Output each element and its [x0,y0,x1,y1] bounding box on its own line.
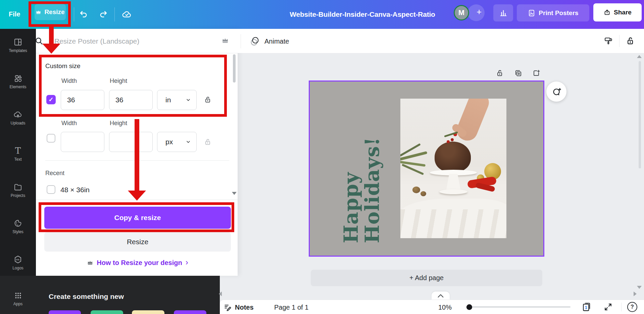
resize-search-input[interactable] [54,34,203,49]
annotation-box-custom-size [39,55,227,117]
notes-button[interactable]: Notes [235,304,254,311]
chevron-down-icon [186,139,191,145]
undo-icon [79,10,88,19]
create-option-card[interactable] [174,310,206,314]
annotation-arrow-shaft [49,27,54,45]
sidebar-item-projects[interactable]: Projects [0,182,36,205]
apps-grid-icon [14,291,22,300]
toolbar-divider [74,7,74,21]
panel-scrollbar-thumb[interactable] [233,54,236,83]
print-poster-icon [528,9,536,17]
cloud-check-icon [122,9,132,19]
crown-icon [87,260,93,266]
animate-button[interactable]: Animate [249,35,289,48]
svg-text:1: 1 [585,305,587,310]
elements-icon [13,74,22,83]
add-page-icon[interactable] [532,69,541,77]
zoom-level[interactable]: 10% [438,304,452,311]
poster-text[interactable]: Happy Holidays! [341,136,391,243]
hscroll-right-arrow-icon[interactable] [634,292,637,296]
zoom-slider-thumb[interactable] [466,304,472,310]
add-page-button[interactable]: + Add page [311,270,542,286]
projects-icon [13,182,22,192]
comment-plus-icon [551,87,561,97]
px-size-checkbox-unchecked[interactable] [47,134,55,143]
notes-icon [224,303,232,312]
chevron-right-icon: › [186,258,188,267]
uploads-icon [13,110,22,119]
vscroll-thumb[interactable] [639,61,641,168]
annotation-box-copy-resize [39,202,234,232]
redo-button[interactable] [99,10,108,20]
print-posters-label: Print Posters [539,9,578,17]
currant-illustration [447,140,450,143]
recent-size-checkbox[interactable] [47,185,55,194]
sidebar-item-templates[interactable]: Templates [0,38,36,60]
width-label: Width [61,120,77,127]
zoom-slider-track[interactable] [466,306,571,308]
sidebar-item-label: Projects [11,193,25,198]
aspect-lock-icon[interactable] [203,138,212,146]
share-icon [603,9,611,16]
share-label: Share [614,9,632,16]
document-title[interactable]: Website-Builder-Insider-Canva-Aspect-Rat… [262,10,463,18]
styles-icon [13,219,22,228]
file-menu[interactable]: File [9,10,20,18]
chart-columns-icon [499,9,508,17]
canvas-toolbar [238,29,644,53]
width-px-input[interactable] [61,132,104,152]
vscroll-up-arrow-icon[interactable] [637,55,642,58]
vscroll-down-arrow-icon[interactable] [637,286,642,289]
unit-select-px[interactable]: px [157,132,197,152]
top-bar: File Resize Website-Builder-Insider-Canv… [0,0,644,29]
sidebar-item-logos[interactable]: co. Logos [0,255,36,277]
recent-size-item[interactable]: 48 × 36in [60,186,90,194]
unit-value: px [165,138,173,146]
height-px-input[interactable] [109,132,153,152]
duplicate-page-icon[interactable] [514,69,523,77]
sidebar-item-label: Apps [13,302,22,306]
comment-button[interactable] [546,82,566,102]
poster-photo[interactable] [400,99,506,238]
scroll-down-arrow-icon[interactable] [232,192,237,195]
sidebar-item-uploads[interactable]: Uploads [0,110,36,132]
create-option-card[interactable] [132,310,164,314]
paint-roller-icon[interactable] [604,36,613,46]
how-to-resize-link[interactable]: How to Resize your design › [44,258,231,268]
divider [619,35,620,47]
height-label: Height [110,120,127,127]
unlock-icon[interactable] [625,36,635,46]
create-option-card[interactable] [49,310,81,314]
save-status-button[interactable] [122,9,132,21]
poster-text-line2: Holidays! [362,136,383,243]
resize-action-button[interactable]: Resize [44,232,231,252]
sidebar-item-apps[interactable]: Apps [0,291,36,313]
invite-member-button[interactable]: + [468,4,485,21]
canva-editor: File Resize Website-Builder-Insider-Canv… [0,0,644,314]
cake-stand-base-illustration [439,189,467,194]
pages-view-button[interactable]: 1 [582,301,592,312]
annotation-arrow-shaft [135,119,139,192]
sidebar-item-text[interactable]: T Text [0,146,36,168]
page-indicator[interactable]: Page 1 of 1 [274,304,308,311]
create-something-heading: Create something new [49,293,124,301]
text-icon: T [15,146,21,155]
animate-circles-icon [249,36,260,47]
collapse-bottom-bar-tab[interactable] [432,292,450,300]
page-lock-icon[interactable] [495,69,504,77]
insights-button[interactable] [493,4,513,21]
sidebar-item-styles[interactable]: Styles [0,219,36,241]
share-button[interactable]: Share [593,3,642,21]
help-button[interactable]: ? [627,302,637,312]
undo-button[interactable] [79,10,88,20]
hscroll-left-arrow-icon[interactable] [219,292,222,296]
avatar[interactable]: M [454,5,469,20]
sidebar-item-label: Styles [12,229,23,234]
fullscreen-icon[interactable] [603,302,613,312]
create-option-card[interactable] [91,310,123,314]
redo-icon [99,10,108,19]
sidebar-item-elements[interactable]: Elements [0,74,36,96]
print-posters-button[interactable]: Print Posters [517,4,589,21]
poster-text-line1: Happy [341,136,362,243]
hand-illustration [454,99,492,144]
